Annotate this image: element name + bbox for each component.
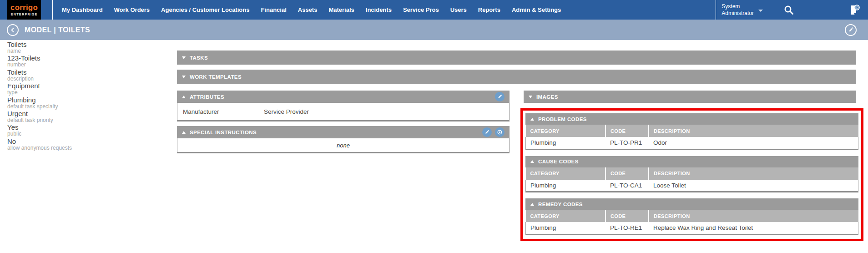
table-header-row: CATEGORY CODE DESCRIPTION — [526, 210, 858, 222]
expand-chevron-icon — [182, 96, 186, 98]
page-title-bar: MODEL | TOILETS — [0, 20, 868, 40]
special-instructions-panel-header[interactable]: SPECIAL INSTRUCTIONS — [177, 126, 510, 138]
model-summary-sidebar: Toilets name 123-Toilets number Toilets … — [7, 40, 162, 151]
cell-code: PL-TO-CA1 — [606, 180, 649, 192]
top-navigation-bar: corrigo ENTERPRISE My DashboardWork Orde… — [0, 0, 868, 20]
expand-chevron-icon — [530, 203, 534, 206]
field-value: No — [7, 137, 162, 145]
remedy-codes-panel: REMEDY CODES CATEGORY CODE DESCRIPTION — [525, 198, 858, 235]
pencil-icon — [848, 27, 854, 33]
chevron-left-icon — [10, 27, 15, 33]
column-header-category: CATEGORY — [526, 210, 606, 222]
attribute-name: Manufacturer — [183, 108, 264, 115]
nav-menu-item[interactable]: Materials — [328, 6, 354, 13]
remedy-codes-table: CATEGORY CODE DESCRIPTION Plumbing PL-TO… — [525, 210, 858, 235]
summary-field: Equipment type — [7, 82, 162, 96]
user-name-line1: System — [722, 3, 754, 10]
main-content: TASKS WORK TEMPLATES ATTRIBUTES — [177, 51, 856, 241]
field-value: Plumbing — [7, 96, 162, 104]
nav-menu-item[interactable]: Work Orders — [114, 6, 150, 13]
images-panel-header[interactable]: IMAGES — [524, 91, 856, 103]
summary-field: Yes public — [7, 123, 162, 137]
nav-menu-item[interactable]: Reports — [478, 6, 500, 13]
panel-title: IMAGES — [536, 94, 558, 100]
summary-field: Plumbing default task specialty — [7, 96, 162, 110]
nav-menu-item[interactable]: Assets — [298, 6, 318, 13]
content-columns: ATTRIBUTES Manufacturer Se — [177, 91, 856, 241]
work-templates-panel-header[interactable]: WORK TEMPLATES — [177, 70, 856, 84]
corrigo-logo[interactable]: corrigo ENTERPRISE — [7, 0, 41, 20]
panel-title: TASKS — [190, 55, 208, 61]
collapse-chevron-icon — [182, 76, 186, 78]
column-header-category: CATEGORY — [526, 125, 606, 137]
table-header-row: CATEGORY CODE DESCRIPTION — [526, 125, 858, 137]
cell-category: Plumbing — [526, 180, 606, 192]
attributes-panel-header[interactable]: ATTRIBUTES — [177, 91, 510, 103]
field-value: Yes — [7, 123, 162, 131]
page-title: MODEL | TOILETS — [25, 26, 90, 34]
column-header-code: CODE — [606, 167, 649, 180]
cell-category: Plumbing — [526, 137, 606, 149]
cause-codes-table: CATEGORY CODE DESCRIPTION Plumbing PL-TO… — [525, 167, 858, 193]
field-value: Equipment — [7, 82, 162, 90]
nav-menu-item[interactable]: My Dashboard — [62, 6, 103, 13]
table-row[interactable]: Plumbing PL-TO-PR1 Odor — [526, 137, 858, 149]
field-value: Toilets — [7, 40, 162, 48]
summary-field: Urgent default task priority — [7, 110, 162, 123]
search-button[interactable] — [783, 5, 794, 15]
cell-category: Plumbing — [526, 222, 606, 234]
left-column: ATTRIBUTES Manufacturer Se — [177, 91, 510, 153]
table-row[interactable]: Plumbing PL-TO-RE1 Replace Wax Ring and … — [526, 222, 858, 234]
cell-code: PL-TO-RE1 — [606, 222, 649, 234]
nav-menu-item[interactable]: Service Pros — [403, 6, 439, 13]
nav-menu-item[interactable]: Incidents — [366, 6, 392, 13]
main-menu: My DashboardWork OrdersAgencies / Custom… — [62, 6, 561, 13]
collapse-chevron-icon — [182, 56, 186, 59]
user-name: System Administrator — [722, 3, 754, 17]
corrigo-enterprise-app: corrigo ENTERPRISE My DashboardWork Orde… — [0, 0, 868, 253]
attributes-panel-body: Manufacturer Service Provider — [177, 103, 510, 121]
panel-title: SPECIAL INSTRUCTIONS — [190, 130, 257, 135]
logo-subtext: ENTERPRISE — [11, 13, 38, 16]
column-header-description: DESCRIPTION — [649, 167, 858, 180]
nav-divider — [52, 0, 53, 20]
nav-menu-item[interactable]: Agencies / Customer Locations — [161, 6, 249, 13]
recent-items-button[interactable] — [848, 4, 861, 16]
search-icon — [783, 5, 794, 15]
document-clock-icon — [848, 4, 861, 16]
column-header-code: CODE — [606, 210, 649, 222]
problem-codes-panel-header[interactable]: PROBLEM CODES — [525, 113, 858, 125]
annotation-highlight: PROBLEM CODES CATEGORY CODE DESCRIPTION — [520, 108, 863, 241]
cause-codes-panel-header[interactable]: CAUSE CODES — [525, 156, 858, 167]
panel-title: WORK TEMPLATES — [190, 74, 242, 80]
back-button[interactable] — [7, 24, 19, 36]
user-menu[interactable]: System Administrator — [716, 3, 763, 17]
nav-menu-item[interactable]: Users — [450, 6, 467, 13]
nav-menu-item[interactable]: Admin & Settings — [512, 6, 561, 13]
tasks-panel-header[interactable]: TASKS — [177, 51, 856, 65]
remedy-codes-panel-header[interactable]: REMEDY CODES — [525, 198, 858, 210]
attribute-value: Service Provider — [264, 108, 309, 115]
edit-attributes-button[interactable] — [495, 92, 505, 101]
cell-code: PL-TO-PR1 — [606, 137, 649, 149]
panel-title: PROBLEM CODES — [538, 116, 587, 122]
edit-model-button[interactable] — [845, 24, 857, 36]
column-header-code: CODE — [606, 125, 649, 137]
preview-special-instructions-button[interactable] — [495, 127, 505, 137]
field-value: Urgent — [7, 110, 162, 117]
column-header-category: CATEGORY — [526, 167, 606, 180]
summary-field: Toilets description — [7, 68, 162, 82]
attribute-row[interactable]: Manufacturer Service Provider — [177, 103, 509, 120]
expand-chevron-icon — [530, 160, 534, 163]
problem-codes-table: CATEGORY CODE DESCRIPTION Plumbing PL-TO… — [525, 125, 858, 150]
field-label: public — [7, 131, 162, 137]
column-header-description: DESCRIPTION — [649, 210, 858, 222]
field-value: Toilets — [7, 68, 162, 76]
nav-menu-item[interactable]: Financial — [261, 6, 286, 13]
edit-special-instructions-button[interactable] — [482, 127, 492, 137]
cell-description: Replace Wax Ring and Reseat Toilet — [649, 222, 858, 234]
table-row[interactable]: Plumbing PL-TO-CA1 Loose Toilet — [526, 180, 858, 192]
logo-text: corrigo — [10, 4, 38, 11]
panel-header-icons — [495, 92, 505, 101]
field-label: default task priority — [7, 117, 162, 123]
